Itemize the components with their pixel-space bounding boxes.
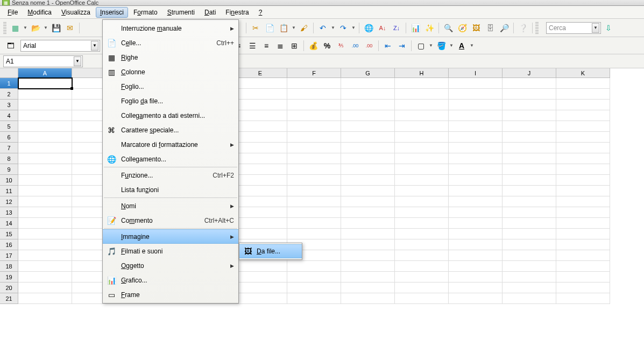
cell[interactable] — [341, 143, 395, 153]
cell[interactable] — [449, 229, 503, 239]
align-center-button[interactable]: ☰ — [246, 39, 259, 52]
cell[interactable] — [395, 110, 449, 121]
cell[interactable] — [18, 143, 72, 153]
font-name-dropdown[interactable]: ▼ — [91, 41, 98, 51]
cell[interactable] — [287, 89, 341, 100]
cell[interactable] — [341, 186, 395, 196]
cell[interactable] — [287, 100, 341, 110]
cell[interactable] — [395, 186, 449, 196]
cell[interactable] — [18, 196, 72, 207]
cell[interactable] — [341, 272, 395, 282]
cell[interactable] — [287, 229, 341, 239]
paste-dropdown[interactable]: ▼ — [291, 25, 296, 30]
cell[interactable] — [18, 250, 72, 261]
column-header[interactable]: K — [556, 68, 610, 78]
menu-item-collegamento-a-dati-esterni[interactable]: Collegamento a dati esterni... — [103, 108, 238, 123]
cell[interactable] — [449, 100, 503, 110]
row-header[interactable]: 6 — [0, 132, 18, 143]
cell[interactable] — [233, 282, 287, 293]
cell[interactable] — [233, 186, 287, 196]
cell[interactable] — [556, 121, 610, 132]
cell[interactable] — [449, 175, 503, 186]
menu-item-celle[interactable]: 📄Celle...Ctrl++ — [103, 36, 238, 50]
cell[interactable] — [18, 218, 72, 229]
row-header[interactable]: 3 — [0, 100, 18, 110]
menu-item-grafico[interactable]: 📊Grafico... — [103, 273, 238, 287]
open-dropdown[interactable]: ▼ — [43, 25, 48, 30]
cell[interactable] — [18, 272, 72, 282]
cell[interactable] — [449, 239, 503, 250]
cell-reference-dropdown[interactable]: ▼ — [74, 56, 81, 66]
cell[interactable] — [449, 143, 503, 153]
column-header[interactable]: E — [233, 68, 287, 78]
cell[interactable] — [233, 110, 287, 121]
menu-finestra[interactable]: Finestra — [221, 7, 253, 18]
cell[interactable] — [18, 164, 72, 175]
menu-modifica[interactable]: Modifica — [23, 7, 56, 18]
cell[interactable] — [233, 293, 287, 304]
cell[interactable] — [395, 89, 449, 100]
row-header[interactable]: 14 — [0, 218, 18, 229]
cell[interactable] — [449, 78, 503, 89]
cell[interactable] — [556, 239, 610, 250]
cell[interactable] — [18, 261, 72, 272]
row-header[interactable]: 16 — [0, 239, 18, 250]
row-header[interactable]: 1 — [0, 78, 18, 89]
menu-item-commento[interactable]: 📝CommentoCtrl+Alt+C — [103, 213, 238, 228]
cell[interactable] — [341, 229, 395, 239]
cell[interactable] — [18, 239, 72, 250]
cell[interactable] — [233, 196, 287, 207]
cell[interactable] — [395, 175, 449, 186]
cell[interactable] — [503, 89, 556, 100]
cell[interactable] — [449, 186, 503, 196]
cell[interactable] — [341, 239, 395, 250]
cell[interactable] — [287, 110, 341, 121]
cell[interactable] — [556, 175, 610, 186]
row-header[interactable]: 19 — [0, 272, 18, 282]
cell[interactable] — [341, 261, 395, 272]
menu-item-nomi[interactable]: Nomi▶ — [103, 199, 238, 213]
cell[interactable] — [341, 293, 395, 304]
cell[interactable] — [287, 282, 341, 293]
column-header[interactable]: J — [503, 68, 556, 78]
cell[interactable] — [341, 175, 395, 186]
cell[interactable] — [233, 175, 287, 186]
cell[interactable] — [395, 100, 449, 110]
cell[interactable] — [449, 261, 503, 272]
cell[interactable] — [287, 186, 341, 196]
cell[interactable] — [233, 132, 287, 143]
cell[interactable] — [556, 153, 610, 164]
cell[interactable] — [395, 153, 449, 164]
zoom-button[interactable]: 🔎 — [498, 22, 511, 34]
cell[interactable] — [287, 78, 341, 89]
cell[interactable] — [18, 78, 72, 89]
menu-file[interactable]: File — [3, 7, 22, 18]
row-header[interactable]: 2 — [0, 89, 18, 100]
align-justify-button[interactable]: ≣ — [274, 39, 287, 52]
row-header[interactable]: 12 — [0, 196, 18, 207]
cell[interactable] — [503, 239, 556, 250]
sort-desc-button[interactable]: Z↓ — [390, 22, 403, 34]
cell[interactable] — [503, 293, 556, 304]
cell[interactable] — [341, 100, 395, 110]
cell[interactable] — [287, 132, 341, 143]
row-header[interactable]: 10 — [0, 175, 18, 186]
cell[interactable] — [449, 207, 503, 218]
cell[interactable] — [341, 218, 395, 229]
cell[interactable] — [503, 229, 556, 239]
redo-dropdown[interactable]: ▼ — [351, 25, 356, 30]
cell[interactable] — [449, 272, 503, 282]
cell[interactable] — [503, 121, 556, 132]
cell[interactable] — [233, 89, 287, 100]
font-color-dropdown[interactable]: ▼ — [469, 43, 475, 48]
cell[interactable] — [18, 207, 72, 218]
cell[interactable] — [233, 207, 287, 218]
mail-button[interactable]: ✉ — [63, 22, 76, 34]
cell[interactable] — [449, 153, 503, 164]
cell[interactable] — [449, 293, 503, 304]
menu-item-funzione[interactable]: Funzione...Ctrl+F2 — [103, 168, 238, 182]
cell[interactable] — [395, 282, 449, 293]
cell[interactable] — [449, 121, 503, 132]
column-header[interactable]: A — [18, 68, 72, 78]
cell[interactable] — [395, 132, 449, 143]
